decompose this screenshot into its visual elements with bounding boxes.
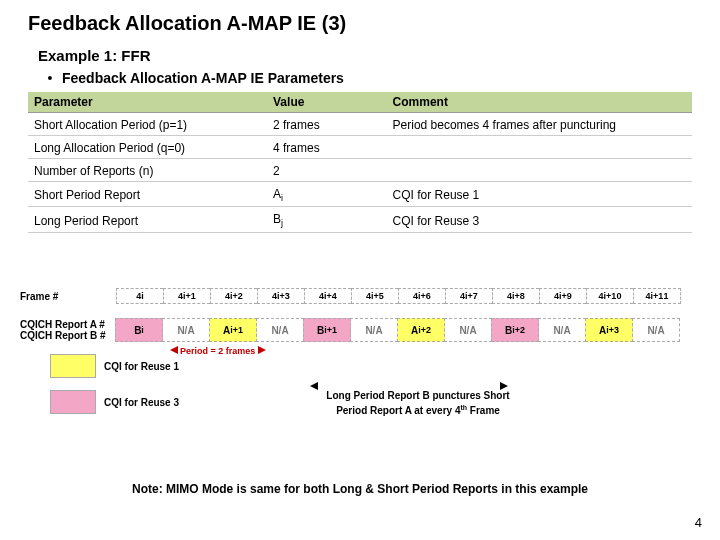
report-cell: Bi: [115, 318, 163, 342]
puncture-caption: Long Period Report B punctures Short Per…: [318, 390, 518, 417]
table-row: Number of Reports (n)2: [28, 161, 692, 182]
legend-swatch-reuse1: [50, 354, 96, 378]
frame-cell: 4i+5: [351, 288, 398, 304]
frame-cell: 4i+2: [210, 288, 257, 304]
report-cell: N/A: [256, 318, 304, 342]
cell-parameter: Long Allocation Period (q=0): [28, 138, 267, 159]
cell-comment: CQI for Reuse 3: [387, 209, 692, 232]
cell-comment: Period becomes 4 frames after puncturing: [387, 115, 692, 136]
th-parameter: Parameter: [28, 92, 267, 113]
frame-cell: 4i+9: [539, 288, 586, 304]
frame-cell: 4i+10: [586, 288, 633, 304]
cell-parameter: Short Allocation Period (p=1): [28, 115, 267, 136]
report-cell: N/A: [162, 318, 210, 342]
legend-label-reuse1: CQI for Reuse 1: [104, 361, 179, 372]
period-arrow-left-icon: [170, 346, 178, 354]
legend-swatch-reuse3: [50, 390, 96, 414]
cell-value: Ai: [267, 184, 387, 207]
footnote: Note: MIMO Mode is same for both Long & …: [0, 482, 720, 496]
report-cell: N/A: [350, 318, 398, 342]
cell-parameter: Long Period Report: [28, 209, 267, 232]
frame-cell: 4i+4: [304, 288, 351, 304]
cell-value: Bj: [267, 209, 387, 232]
report-cell: Ai+1: [209, 318, 257, 342]
table-row: Short Allocation Period (p=1)2 framesPer…: [28, 115, 692, 136]
timing-diagram: Frame # 4i4i+14i+24i+34i+44i+54i+64i+74i…: [20, 288, 700, 418]
cell-value: 2: [267, 161, 387, 182]
th-comment: Comment: [387, 92, 692, 113]
frame-cell: 4i+7: [445, 288, 492, 304]
cell-comment: [387, 161, 692, 182]
report-cell: N/A: [632, 318, 680, 342]
report-cell: Ai+3: [585, 318, 633, 342]
cell-comment: CQI for Reuse 1: [387, 184, 692, 207]
frame-cell: 4i+3: [257, 288, 304, 304]
puncture-arrow-left-icon: [310, 382, 318, 390]
report-cell: Bi+1: [303, 318, 351, 342]
report-cell: N/A: [538, 318, 586, 342]
frame-cell: 4i+6: [398, 288, 445, 304]
report-row-label: CQICH Report A # CQICH Report B #: [20, 319, 116, 341]
frame-cell: 4i: [116, 288, 163, 304]
frame-cell: 4i+8: [492, 288, 539, 304]
page-number: 4: [695, 515, 702, 530]
cell-parameter: Short Period Report: [28, 184, 267, 207]
table-row: Long Allocation Period (q=0)4 frames: [28, 138, 692, 159]
period-label: Period = 2 frames: [180, 346, 255, 356]
slide-title: Feedback Allocation A-MAP IE (3): [28, 12, 692, 35]
legend-label-reuse3: CQI for Reuse 3: [104, 397, 179, 408]
cell-value: 2 frames: [267, 115, 387, 136]
puncture-arrow-right-icon: [500, 382, 508, 390]
frame-row-label: Frame #: [20, 291, 116, 302]
table-row: Long Period ReportBjCQI for Reuse 3: [28, 209, 692, 232]
parameters-table: Parameter Value Comment Short Allocation…: [28, 90, 692, 235]
example-subtitle: Example 1: FFR: [38, 47, 692, 64]
report-cell: N/A: [444, 318, 492, 342]
report-cell: Ai+2: [397, 318, 445, 342]
period-arrow-right-icon: [258, 346, 266, 354]
report-cell: Bi+2: [491, 318, 539, 342]
cell-parameter: Number of Reports (n): [28, 161, 267, 182]
cell-comment: [387, 138, 692, 159]
table-row: Short Period ReportAiCQI for Reuse 1: [28, 184, 692, 207]
bullet-dot: •: [38, 70, 62, 86]
cell-value: 4 frames: [267, 138, 387, 159]
frame-cell: 4i+11: [633, 288, 681, 304]
bullet-text: Feedback Allocation A-MAP IE Parameters: [62, 70, 344, 86]
frame-cell: 4i+1: [163, 288, 210, 304]
th-value: Value: [267, 92, 387, 113]
